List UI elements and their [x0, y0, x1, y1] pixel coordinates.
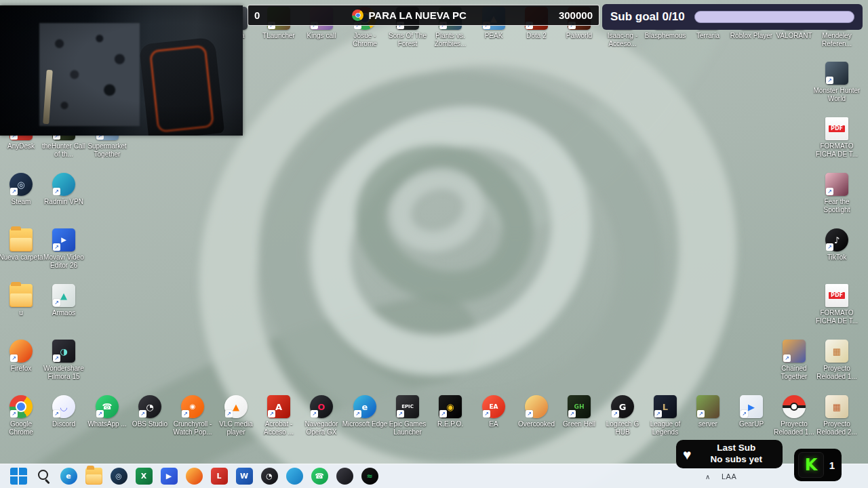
desktop-icon-google-chrome[interactable]: ↗ Google Chrome: [0, 395, 45, 436]
shortcut-arrow-icon: ↗: [397, 410, 404, 418]
desktop-icon-opera-gx[interactable]: O ↗ Navegador Opera GX: [298, 395, 345, 436]
icon-label: server: [684, 420, 732, 428]
donation-title: PARA LA NUEVA PC: [368, 9, 466, 21]
icon-label: TLauncher: [255, 32, 302, 40]
icon-glyph: O: [317, 403, 325, 411]
icon-art: ▲ ↗: [52, 284, 75, 307]
desktop-icon-chained-together[interactable]: ↗ Chained Together: [770, 340, 818, 380]
donation-goal: 300000: [559, 9, 593, 21]
desktop-icon-formato-ficha-pdf-2[interactable]: PDF ↗ FORMATO FICHA DE T...: [813, 284, 861, 325]
icon-art: ◔: [261, 468, 278, 485]
icon-label: Epic Games Launcher: [384, 420, 431, 436]
icon-art: ↗: [825, 173, 848, 196]
desktop-icon-movavi-video-editor[interactable]: ▶ ↗ Movavi Video Editor 26: [40, 228, 87, 269]
desktop-icon-epic-games[interactable]: EPIC ↗ Epic Games Launcher: [384, 395, 431, 436]
icon-art: ↗: [9, 228, 33, 251]
desktop-icon-wondershare-filmora[interactable]: ◑ ↗ Wondershare Filmora 15: [40, 340, 87, 380]
desktop-icon-armaos[interactable]: ▲ ↗ Armaos: [40, 284, 87, 317]
icon-art: ↗: [783, 340, 806, 363]
desktop-icon-monster-hunter-world[interactable]: ↗ Monster Hunter World: [813, 62, 861, 102]
icon-art: A ↗: [267, 395, 290, 418]
desktop-icon-nueva-carpeta[interactable]: ↗ Nueva carpeta: [0, 228, 45, 262]
desktop-icon-league-of-legends[interactable]: L ↗ League of Legends: [642, 395, 689, 436]
last-sub-subtitle: No subs yet: [710, 454, 762, 466]
desktop-icon-repo[interactable]: ◉ ↗ R.E.P.O.: [427, 395, 474, 428]
icon-glyph: PDF: [829, 125, 845, 132]
shortcut-arrow-icon: ↗: [826, 188, 833, 195]
shortcut-arrow-icon: ↗: [439, 410, 447, 418]
desktop-icon-proyecto-reloaded-2[interactable]: ▦ ↗ Proyecto Reloaded 2...: [813, 395, 861, 436]
icon-label: Josue - Chrome: [341, 32, 389, 47]
taskbar-app-steam[interactable]: ◎: [110, 468, 127, 485]
taskbar-app-app-dark[interactable]: [336, 468, 353, 485]
icon-glyph: ◡: [60, 403, 67, 411]
desktop-icon-crunchyroll[interactable]: ◉ ↗ Crunchyroll - Watch Pop...: [169, 395, 216, 436]
icon-art: ▲ ↗: [224, 395, 248, 418]
icon-glyph: ▶: [748, 403, 755, 411]
desktop-icon-server[interactable]: ↗ server: [684, 395, 732, 428]
taskbar-app-search[interactable]: [35, 468, 52, 485]
icon-art: e: [60, 468, 77, 485]
taskbar-app-movavi[interactable]: ▶: [160, 468, 178, 485]
icon-glyph: ≈: [366, 472, 372, 480]
icon-glyph: ▶: [61, 237, 66, 243]
desktop-icon-tiktok[interactable]: ♪ ↗ TikTok: [813, 228, 861, 262]
taskbar-app-file-explorer[interactable]: [85, 468, 102, 485]
desktop-icon-fear-the-spotlight[interactable]: ↗ Fear the Spotlight: [813, 173, 861, 214]
desktop-icon-u-folder[interactable]: ↗ u: [0, 284, 45, 317]
last-sub-text: Last Sub No subs yet: [696, 443, 776, 466]
shortcut-arrow-icon: ↗: [741, 410, 748, 418]
icon-glyph: L: [216, 472, 221, 480]
donation-goal-bar: 0 PARA LA NUEVA PC 300000: [248, 5, 599, 26]
icon-art: ☎: [311, 468, 328, 485]
desktop-icon-gearup[interactable]: ▶ ↗ GearUP: [728, 395, 775, 428]
taskbar-app-spotify[interactable]: ≈: [361, 468, 378, 485]
desktop-icon-ea[interactable]: EA ↗ EA: [470, 395, 517, 428]
shortcut-arrow-icon: ↗: [182, 410, 189, 418]
desktop-icon-whatsapp[interactable]: ☎ ↗ WhatsApp ...: [83, 395, 131, 428]
taskbar-app-app-l[interactable]: L: [210, 468, 228, 485]
shortcut-arrow-icon: ↗: [783, 354, 791, 362]
icon-label: Dota 2: [513, 32, 560, 40]
icon-label: Logitech G HUB: [599, 420, 646, 436]
desktop-icon-overcooked[interactable]: ↗ Overcooked: [513, 395, 560, 428]
desktop-icon-obs-studio[interactable]: ◔ ↗ OBS Studio: [126, 395, 174, 428]
desktop-icon-radmin-vpn[interactable]: ↗ Radmin VPN: [40, 173, 87, 206]
desktop-icon-formato-ficha-pdf-1[interactable]: PDF ↗ FORMATO FICHA DE T...: [813, 117, 861, 158]
taskbar-app-excel[interactable]: X: [135, 468, 153, 485]
shortcut-arrow-icon: ↗: [268, 410, 275, 418]
icon-label: League of Legends: [642, 420, 689, 436]
icon-label: Proyecto Reloaded 1...: [813, 365, 861, 380]
taskbar-app-start[interactable]: [9, 468, 27, 485]
desktop-icon-green-hell[interactable]: GH ↗ Green Hell: [555, 395, 603, 428]
icon-glyph: EPIC: [401, 405, 414, 409]
taskbar-app-word[interactable]: W: [235, 468, 253, 485]
taskbar-app-whatsapp[interactable]: ☎: [311, 468, 328, 485]
icon-glyph: ☎: [102, 403, 113, 411]
taskbar-app-obs-studio[interactable]: ◔: [260, 468, 278, 485]
icon-label: Navegador Opera GX: [298, 420, 345, 436]
desktop-icon-microsoft-edge[interactable]: e ↗ Microsoft Edge: [341, 395, 389, 428]
taskbar-app-app-blue[interactable]: [285, 468, 303, 485]
desktop-icon-proyecto-reloaded-1[interactable]: ↗ Proyecto Reloaded 1...: [770, 395, 818, 436]
taskbar-app-edge[interactable]: e: [60, 468, 77, 485]
icon-glyph: ◔: [146, 403, 153, 411]
icon-art: ▦ ↗: [825, 340, 848, 363]
desktop-icon-acrobat[interactable]: A ↗ Acrobat - Acceso ...: [255, 395, 302, 436]
shortcut-arrow-icon: ↗: [53, 299, 60, 306]
desktop-icon-vlc[interactable]: ▲ ↗ VLC media player: [212, 395, 260, 436]
desktop-icon-logitech-g-hub[interactable]: G ↗ Logitech G HUB: [599, 395, 646, 436]
icon-label: Proyecto Reloaded 2...: [813, 420, 861, 436]
desktop-icon-steam[interactable]: ◎ ↗ Steam: [0, 173, 45, 206]
icon-label: Nueva carpeta: [0, 253, 45, 262]
icon-glyph: ▲: [233, 403, 239, 411]
kick-widget: K 1: [794, 449, 842, 481]
desktop-icon-proyecto-reloaded-doc[interactable]: ▦ ↗ Proyecto Reloaded 1...: [813, 340, 861, 380]
taskbar-app-firefox[interactable]: [185, 468, 203, 485]
tray-chevron-icon[interactable]: ∧: [705, 472, 710, 480]
icon-glyph: ◑: [60, 347, 67, 356]
tray-language[interactable]: LAA: [722, 472, 736, 481]
desktop-icon-discord[interactable]: ◡ ↗ Discord: [40, 395, 87, 428]
desktop-icon-firefox[interactable]: ↗ Firefox: [0, 340, 45, 373]
shortcut-arrow-icon: ↗: [53, 188, 60, 195]
